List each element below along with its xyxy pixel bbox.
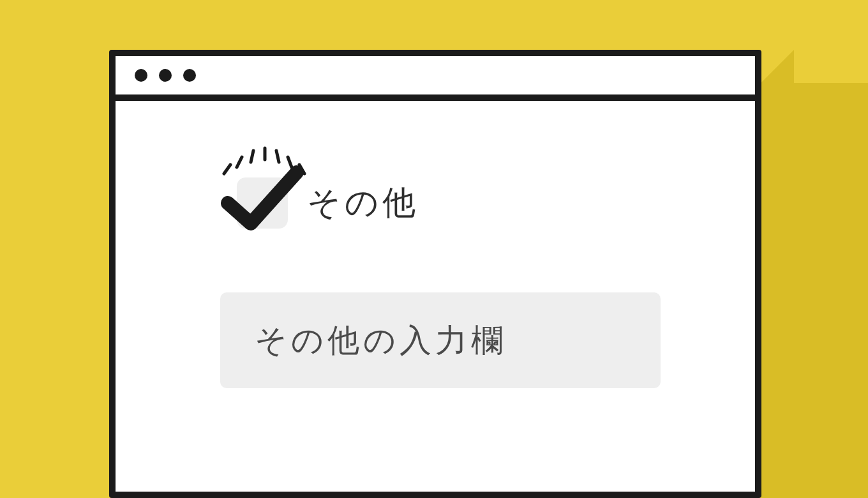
other-checkbox[interactable] xyxy=(237,177,288,229)
svg-line-1 xyxy=(237,157,242,167)
browser-window: その他 その他の入力欄 xyxy=(109,50,761,498)
window-shadow-corner xyxy=(761,50,794,83)
svg-line-5 xyxy=(288,157,292,167)
svg-line-4 xyxy=(276,151,279,162)
svg-line-6 xyxy=(299,165,304,174)
window-titlebar xyxy=(116,56,755,101)
window-control-dot[interactable] xyxy=(135,69,147,82)
checkmark-icon xyxy=(216,160,306,236)
svg-line-0 xyxy=(224,165,230,174)
other-checkbox-row: その他 xyxy=(237,177,419,229)
window-shadow xyxy=(761,83,868,498)
emphasis-burst-icon xyxy=(211,137,313,181)
svg-line-2 xyxy=(251,151,253,162)
other-text-input-placeholder: その他の入力欄 xyxy=(255,319,507,362)
window-content: その他 その他の入力欄 xyxy=(116,101,755,492)
other-checkbox-label: その他 xyxy=(307,181,419,225)
window-control-dot[interactable] xyxy=(183,69,196,82)
other-text-input[interactable]: その他の入力欄 xyxy=(220,292,661,388)
window-control-dot[interactable] xyxy=(159,69,172,82)
